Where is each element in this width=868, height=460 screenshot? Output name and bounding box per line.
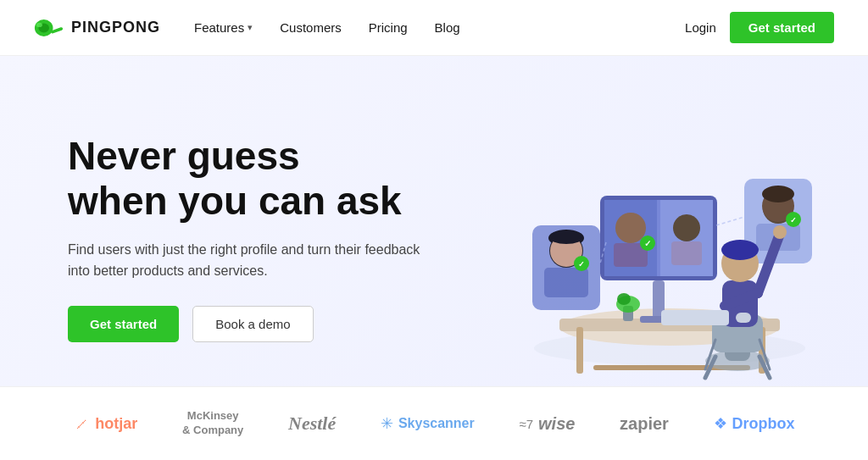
svg-text:✓: ✓	[790, 216, 797, 224]
svg-rect-52	[736, 313, 751, 323]
svg-text:✓: ✓	[578, 260, 585, 269]
hero-get-started-button[interactable]: Get started	[68, 306, 179, 342]
svg-rect-51	[661, 310, 729, 325]
svg-rect-8	[576, 327, 583, 374]
nav-right: Login Get started	[685, 12, 834, 43]
logo-text: PINGPONG	[71, 19, 160, 36]
nav-links: Features ▾ Customers Pricing Blog	[194, 20, 460, 35]
nav-blog[interactable]: Blog	[435, 20, 460, 35]
logo-zapier: zapier	[620, 414, 669, 434]
logo-icon	[34, 16, 64, 40]
logo[interactable]: PINGPONG	[34, 16, 160, 40]
hero-subtitle: Find users with just the right profile a…	[68, 239, 424, 282]
svg-point-47	[721, 240, 759, 260]
svg-text:✓: ✓	[644, 239, 651, 248]
chevron-down-icon: ▾	[248, 22, 253, 33]
nestle-text: Nestlé	[288, 413, 336, 435]
zapier-text: zapier	[620, 414, 669, 434]
dropbox-text: Dropbox	[732, 415, 795, 433]
svg-point-28	[549, 230, 583, 244]
logo-skyscanner: ✳ Skyscanner	[381, 414, 475, 433]
logo-mckinsey: McKinsey& Company	[182, 409, 243, 438]
svg-point-35	[762, 186, 794, 202]
hero-content: Never guess when you can ask Find users …	[68, 125, 475, 342]
nav-customers[interactable]: Customers	[280, 20, 342, 35]
svg-point-19	[673, 214, 700, 241]
hero-section: Never guess when you can ask Find users …	[0, 56, 868, 386]
wise-prefix-icon: ≈7	[519, 417, 533, 431]
svg-line-57	[716, 217, 744, 225]
dropbox-icon: ❖	[714, 414, 727, 433]
hero-title: Never guess when you can ask	[68, 134, 475, 224]
svg-point-2	[36, 22, 42, 26]
skyscanner-text: Skyscanner	[398, 416, 475, 431]
hotjar-slash-icon: ⟋	[73, 414, 90, 434]
svg-point-16	[615, 213, 646, 243]
svg-rect-25	[544, 268, 588, 297]
nav-left: PINGPONG Features ▾ Customers Pricing Bl…	[34, 16, 460, 40]
svg-point-55	[617, 293, 631, 305]
logo-wise: ≈7 wise	[519, 414, 575, 434]
logos-strip: ⟋ hotjar McKinsey& Company Nestlé ✳ Skys…	[0, 386, 868, 460]
navbar: PINGPONG Features ▾ Customers Pricing Bl…	[0, 0, 868, 56]
logo-nestle: Nestlé	[288, 413, 336, 435]
hero-buttons: Get started Book a demo	[68, 306, 475, 342]
wise-text: wise	[538, 414, 575, 434]
nav-features[interactable]: Features ▾	[194, 20, 253, 35]
mckinsey-text: McKinsey& Company	[182, 409, 243, 438]
hero-svg: ✓ ✓ ✓	[475, 77, 839, 386]
get-started-nav-button[interactable]: Get started	[730, 12, 834, 43]
hotjar-text: hotjar	[95, 415, 137, 433]
svg-point-50	[773, 225, 787, 239]
logo-dropbox: ❖ Dropbox	[714, 414, 795, 433]
nav-pricing[interactable]: Pricing	[369, 20, 408, 35]
logo-hotjar: ⟋ hotjar	[73, 414, 137, 434]
login-button[interactable]: Login	[685, 20, 716, 35]
skyscanner-sun-icon: ✳	[381, 414, 393, 433]
hero-illustration: ✓ ✓ ✓	[475, 81, 839, 386]
hero-book-demo-button[interactable]: Book a demo	[192, 306, 313, 342]
svg-rect-20	[671, 241, 702, 265]
